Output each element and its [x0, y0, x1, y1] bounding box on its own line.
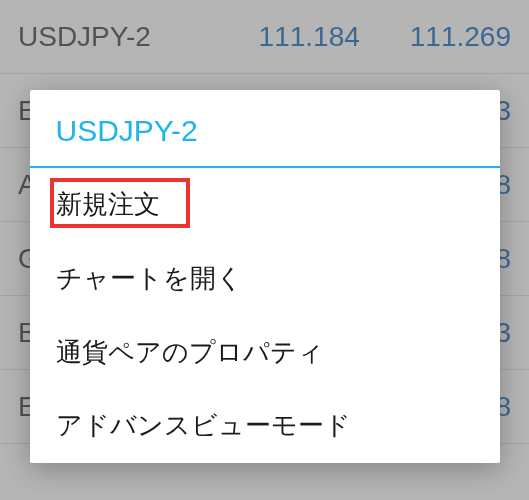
menu-item-properties[interactable]: 通貨ペアのプロパティ [30, 316, 500, 390]
menu-item-new-order[interactable]: 新規注文 [30, 168, 500, 242]
menu-item-label: 通貨ペアのプロパティ [56, 337, 324, 367]
menu-item-open-chart[interactable]: チャートを開く [30, 242, 500, 316]
menu-item-label: チャートを開く [56, 263, 243, 293]
context-menu: USDJPY-2 新規注文 チャートを開く 通貨ペアのプロパティ アドバンスビュ… [30, 90, 500, 463]
modal-title: USDJPY-2 [30, 90, 500, 168]
menu-item-label: アドバンスビューモード [56, 410, 351, 440]
modal-overlay[interactable]: USDJPY-2 新規注文 チャートを開く 通貨ペアのプロパティ アドバンスビュ… [0, 0, 529, 500]
menu-item-advanced-view[interactable]: アドバンスビューモード [30, 389, 500, 463]
menu-item-label: 新規注文 [56, 189, 160, 219]
